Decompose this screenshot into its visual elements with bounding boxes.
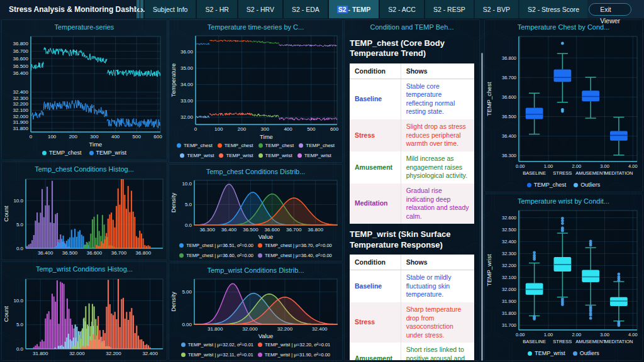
svg-text:36.600: 36.600 [265,227,280,233]
nav-next-button[interactable]: › [140,0,143,18]
svg-text:200: 200 [69,134,78,140]
chart-legend: TEMP_chestOutliers [485,180,642,190]
svg-text:Time: Time [89,141,103,148]
tab-s2-eda[interactable]: S2 - EDA [284,0,328,18]
svg-text:31.800: 31.800 [208,326,223,332]
tab-s2-bvp[interactable]: S2 - BVP [475,0,518,18]
exit-viewer-button[interactable]: Exit Viewer [589,3,631,16]
svg-text:36.800: 36.800 [308,227,323,233]
chart-legend: TEMP_wristOutliers [485,349,642,358]
svg-text:5.00: 5.00 [182,289,192,295]
legend-item[interactable]: TEMP_chest | μ=36.40, σ²=0.00 [258,251,332,260]
legend-dot-icon [180,153,184,158]
tab-s2-temp[interactable]: S2 - TEMP [329,0,379,18]
svg-text:AMUSEMENT: AMUSEMENT [575,339,606,344]
condition-sections: TEMP_chest (Core Body Temperature Trend)… [350,38,474,361]
svg-text:32.400: 32.400 [142,351,158,356]
svg-text:400: 400 [284,126,292,132]
legend-item[interactable]: TEMP_wrist [180,151,214,160]
condition-cell: Baseline [350,79,401,119]
legend-item[interactable]: TEMP_wrist [297,151,331,160]
top-bar: Stress Analysis & Monitoring Dashb... ‹ … [0,0,644,19]
temperature-chest-boxplot-chart: 0.001.002.003.004.0036.30036.40036.50036… [485,33,642,180]
table-row: AmusementShort rises linked to positive … [350,343,474,361]
legend-item[interactable]: TEMP_wrist | μ=32.20, σ²=0.01 [258,340,330,349]
tab-s2-stress-score[interactable]: S2 - Stress Score [519,0,587,18]
table-row: MeditationGradual rise indicating deep r… [350,184,474,224]
legend-item[interactable]: TEMP_wrist [528,349,565,358]
svg-text:32.400: 32.400 [502,239,516,244]
temp-wrist-histogram-chart: 31.80032.00032.20032.4000.05.010.0Count [2,275,167,359]
legend-item[interactable]: Outliers [573,349,599,358]
tab-s2-hr[interactable]: S2 - HR [197,0,236,18]
legend-item[interactable]: TEMP_wrist | μ=31.90, σ²=0.00 [258,350,330,359]
legend-item[interactable]: TEMP_chest [527,180,567,190]
svg-text:36.700: 36.700 [502,75,516,80]
svg-text:0.00: 0.00 [516,163,525,169]
legend-dot-icon [258,153,263,158]
panel-temp-chest-distribution: Temp_chest Conditions Distrib... 36.3003… [169,164,343,261]
legend-item[interactable]: TEMP_chest [258,141,294,150]
chart-legend: TEMP_chestTEMP_chestTEMP_chestTEMP_chest… [169,141,342,160]
shows-cell: Stable or mildly fluctuating skin temper… [401,270,474,302]
legend-item[interactable]: TEMP_wrist [219,151,253,160]
legend-item[interactable]: TEMP_wrist | μ=32.02, σ²=0.01 [181,340,253,349]
panel-title: Condition and TEMP Beh... [350,21,474,33]
panel-title: Temp_wrist Conditions Histog... [2,263,167,275]
nav-prev-button[interactable]: ‹ [136,0,140,18]
legend-item[interactable]: TEMP_chest | μ=36.60, σ²=0.00 [179,251,253,260]
svg-text:36.700: 36.700 [13,48,29,54]
tab-bar: Subject InfoS2 - HRS2 - HRVS2 - EDAS2 - … [145,0,589,18]
vertical-scrollbar[interactable] [481,53,483,361]
legend-item[interactable]: TEMP_chest [218,141,253,150]
legend-item[interactable]: Outliers [574,180,600,190]
legend-item[interactable]: TEMP_chest [299,141,335,150]
svg-text:31.700: 31.700 [502,322,516,328]
svg-text:3.00: 3.00 [600,332,609,337]
panel-title: Temperature time-series by C... [169,21,342,33]
svg-text:32.500: 32.500 [502,227,516,233]
svg-text:0.0: 0.0 [16,246,24,251]
svg-text:Time: Time [260,133,273,140]
svg-text:36.400: 36.400 [221,227,237,233]
legend-item[interactable]: TEMP_wrist [258,151,292,160]
panel-temperature-wrist-boxplot: Temperature wrist by Condit... 0.001.002… [484,194,643,361]
legend-dot-icon [527,183,531,187]
svg-text:36.300: 36.300 [502,153,516,158]
tab-s2-acc[interactable]: S2 - ACC [380,0,424,18]
column-header: Condition [350,63,401,79]
svg-text:32.300: 32.300 [502,251,516,256]
tab-subject-info[interactable]: Subject Info [145,0,196,18]
svg-text:Count: Count [3,206,9,222]
svg-text:32.000: 32.000 [242,326,258,332]
legend-item[interactable]: TEMP_chest [177,141,213,150]
shows-cell: Mild increase as engagement raises physi… [401,151,474,184]
panel-title: Temp_wrist Conditions Distrib... [169,265,342,276]
panel-title: Temp_chest Conditions Histog... [2,163,167,175]
chart-legend: TEMP_chest | μ=36.51, σ²=0.00TEMP_chest … [169,241,342,260]
tab-s2-resp[interactable]: S2 - RESP [425,0,474,18]
svg-text:31.800: 31.800 [13,126,29,131]
legend-item[interactable]: TEMP_chest | μ=36.70, σ²=0.00 [258,241,332,250]
legend-item[interactable]: TEMP_chest | μ=36.51, σ²=0.00 [179,241,253,250]
temp-chest-distribution-chart: 36.30036.40036.50036.60036.70036.8000.05… [169,177,342,241]
svg-text:0.0: 0.0 [185,222,192,228]
legend-item[interactable]: TEMP_wrist [89,148,127,158]
legend-dot-icon [258,343,262,347]
svg-text:36.500: 36.500 [243,227,258,233]
svg-text:3.00: 3.00 [600,163,609,169]
svg-text:100: 100 [48,134,57,140]
table-row: BaselineStable or mildly fluctuating ski… [350,270,474,302]
timeseries-by-condition-chart: 010020030040050060036.0035.0034.0033.003… [169,33,342,141]
legend-dot-icon [573,351,577,356]
svg-text:31.800: 31.800 [502,310,516,316]
svg-text:Count: Count [3,305,9,322]
tab-s2-hrv[interactable]: S2 - HRV [238,0,282,18]
svg-text:36.700: 36.700 [111,250,127,256]
svg-text:36.300: 36.300 [199,227,215,233]
condition-cell: Amusement [350,151,401,184]
svg-text:STRESS: STRESS [553,339,572,344]
legend-dot-icon [181,353,186,357]
legend-item[interactable]: TEMP_wrist | μ=32.11, σ²=0.01 [181,350,253,359]
legend-item[interactable]: TEMP_chest [42,148,82,158]
